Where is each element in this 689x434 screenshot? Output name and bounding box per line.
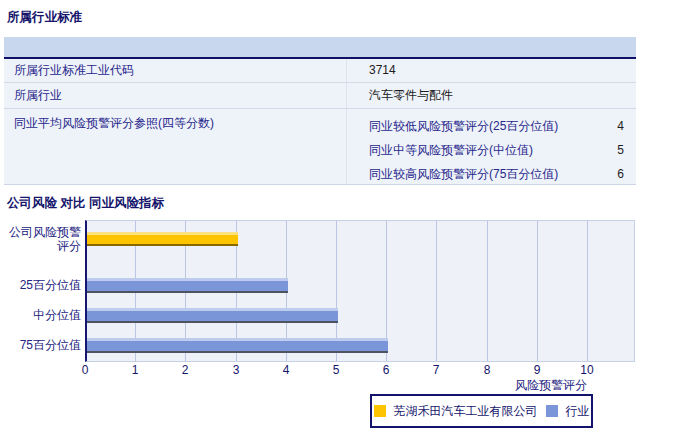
gridline [487,221,488,361]
bar-25th-percentile [87,278,288,293]
industry-value: 汽车零件与配件 [346,83,636,108]
chart-legend: 芜湖禾田汽车工业有限公司 行业 [370,394,593,428]
peer-high-score-label: 同业较高风险预警评分(75百分位值) [369,162,558,186]
sub-row: 同业中等风险预警评分(中位值) 5 [369,138,624,162]
x-tick-label: 5 [333,363,340,377]
x-tick-label: 3 [233,363,240,377]
category-label-median: 中分位值 [0,308,81,322]
peer-average-score-values: 同业较低风险预警评分(25百分位值) 4 同业中等风险预警评分(中位值) 5 同… [346,109,636,184]
peer-average-score-label: 同业平均风险预警评分参照(四等分数) [4,109,346,184]
legend-swatch-industry [546,405,558,417]
bar-company-score [87,232,238,246]
x-tick-label: 2 [182,363,189,377]
risk-comparison-section-title: 公司风险 对比 同业风险指标 [7,195,164,212]
category-label-75th-percentile: 75百分位值 [0,338,81,352]
sub-row: 同业较低风险预警评分(25百分位值) 4 [369,114,624,138]
x-tick-label: 10 [580,363,593,377]
x-axis-label: 风险预警评分 [400,377,587,394]
peer-high-score-value: 6 [617,162,624,186]
gridline [587,221,588,361]
table-header-bar [4,37,636,59]
x-tick-label: 1 [132,363,139,377]
peer-medium-score-label: 同业中等风险预警评分(中位值) [369,138,533,162]
industry-standard-table: 所属行业标准工业代码 3714 所属行业 汽车零件与配件 同业平均风险预警评分参… [4,37,636,185]
legend-label-company: 芜湖禾田汽车工业有限公司 [394,403,538,420]
x-tick-label: 4 [283,363,290,377]
legend-swatch-company [374,405,386,417]
x-tick-label: 6 [383,363,390,377]
bar-median [87,308,338,323]
category-label-company-score: 公司风险预警评分 [0,225,81,253]
x-tick-label: 9 [534,363,541,377]
table-row: 所属行业标准工业代码 3714 [4,59,636,83]
bar-chart-plot-area [85,220,635,362]
industry-standard-section-title: 所属行业标准 [7,9,82,26]
industry-code-label: 所属行业标准工业代码 [4,59,346,82]
table-row: 同业平均风险预警评分参照(四等分数) 同业较低风险预警评分(25百分位值) 4 … [4,109,636,184]
industry-code-value: 3714 [346,59,636,82]
table-row: 所属行业 汽车零件与配件 [4,83,636,109]
peer-low-score-value: 4 [617,114,624,138]
peer-medium-score-value: 5 [617,138,624,162]
x-tick-label: 7 [433,363,440,377]
gridline [436,221,437,361]
legend-label-industry: 行业 [566,403,590,420]
x-tick-label: 0 [82,363,89,377]
bar-75th-percentile [87,338,388,353]
sub-row: 同业较高风险预警评分(75百分位值) 6 [369,162,624,186]
peer-low-score-label: 同业较低风险预警评分(25百分位值) [369,114,558,138]
category-label-25th-percentile: 25百分位值 [0,278,81,292]
x-tick-label: 8 [484,363,491,377]
industry-label: 所属行业 [4,83,346,108]
gridline [537,221,538,361]
